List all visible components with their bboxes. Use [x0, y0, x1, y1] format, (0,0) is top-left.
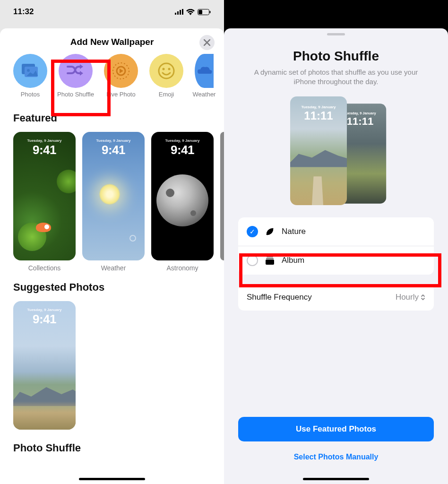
- section-title: Photo Shuffle: [13, 442, 211, 454]
- photo-shuffle-section: Photo Shuffle: [0, 430, 224, 457]
- thumb-label: Collections: [13, 264, 76, 272]
- close-icon: [204, 39, 210, 46]
- category-emoji[interactable]: Emoji: [149, 54, 183, 98]
- weather-icon: [195, 54, 214, 88]
- svg-rect-1: [177, 11, 179, 15]
- photo-shuffle-detail-screen: Photo Shuffle A dynamic set of photos th…: [224, 0, 448, 484]
- sheet-title: Add New Wallpaper: [70, 37, 154, 47]
- detail-subtitle: A dynamic set of photos that shuffle as …: [224, 64, 448, 96]
- status-indicators: [175, 9, 211, 15]
- featured-weather[interactable]: Tuesday, 9 January9:41 Weather: [82, 132, 145, 272]
- frequency-label: Shuffle Frequency: [247, 293, 312, 302]
- svg-rect-15: [267, 257, 273, 258]
- featured-section: Featured: [0, 103, 224, 127]
- category-label: Emoji: [159, 91, 174, 98]
- emoji-icon: [149, 54, 183, 88]
- svg-point-12: [159, 63, 174, 78]
- featured-astronomy[interactable]: Tuesday, 9 January9:41 Astronomy: [151, 132, 214, 272]
- wifi-icon: [186, 9, 195, 15]
- svg-rect-16: [266, 258, 274, 259]
- radio-checked-icon: ✓: [247, 226, 258, 237]
- wallpaper-picker-screen: 11:32 Add New Wallpaper P: [0, 0, 224, 484]
- svg-rect-6: [210, 11, 211, 13]
- preview-card-front: Tuesday, 9 January11:11: [290, 96, 347, 205]
- section-title: Featured: [13, 112, 211, 124]
- battery-icon: [198, 9, 211, 15]
- option-label: Album: [282, 256, 304, 265]
- home-indicator[interactable]: [79, 478, 145, 480]
- status-bar: 11:32: [0, 0, 224, 24]
- home-indicator[interactable]: [303, 478, 369, 480]
- category-live-photo[interactable]: Live Photo: [104, 54, 138, 98]
- category-photo-shuffle[interactable]: Photo Shuffle: [59, 54, 93, 98]
- suggested-photo[interactable]: Tuesday, 9 January9:41: [13, 301, 76, 430]
- featured-collections[interactable]: Tuesday, 9 January9:41 Collections: [13, 132, 76, 272]
- sheet-header: Add New Wallpaper: [0, 28, 224, 52]
- suggested-row: Tuesday, 9 January9:41: [0, 296, 224, 430]
- category-label: Live Photo: [106, 91, 135, 98]
- use-featured-button[interactable]: Use Featured Photos: [238, 417, 434, 441]
- cellular-icon: [175, 9, 183, 15]
- svg-rect-5: [198, 10, 202, 14]
- thumb-label: Astronomy: [151, 264, 214, 272]
- category-weather[interactable]: Weather: [195, 54, 214, 98]
- sheet-grabber[interactable]: [327, 33, 345, 35]
- svg-rect-17: [266, 259, 274, 265]
- select-manually-button[interactable]: Select Photos Manually: [224, 453, 448, 461]
- shuffle-frequency-row[interactable]: Shuffle Frequency Hourly: [238, 284, 434, 311]
- option-label: Nature: [282, 227, 306, 236]
- option-album[interactable]: Album: [238, 246, 434, 275]
- close-button[interactable]: [199, 35, 215, 50]
- option-nature[interactable]: ✓ Nature: [238, 217, 434, 246]
- section-title: Suggested Photos: [13, 281, 211, 294]
- live-photo-icon: [104, 54, 138, 88]
- preview-stack: Tuesday, 9 January11:11 Tuesday, 9 Janua…: [224, 96, 448, 210]
- featured-more[interactable]: [220, 132, 224, 260]
- thumb-label: Weather: [82, 264, 145, 272]
- category-label: Photos: [21, 91, 40, 98]
- svg-point-14: [168, 68, 171, 70]
- photos-icon: [13, 54, 47, 88]
- frequency-value: Hourly: [396, 293, 425, 302]
- svg-rect-0: [175, 13, 176, 15]
- category-label: Weather: [193, 91, 216, 98]
- leaf-icon: [265, 227, 275, 236]
- detail-title: Photo Shuffle: [224, 49, 448, 64]
- svg-point-9: [27, 69, 30, 72]
- category-label: Photo Shuffle: [57, 91, 94, 98]
- featured-row: Tuesday, 9 January9:41 Collections Tuesd…: [0, 127, 224, 272]
- svg-rect-3: [182, 9, 183, 15]
- add-wallpaper-sheet: Add New Wallpaper Photos Photo Shuffle: [0, 28, 224, 484]
- category-row: Photos Photo Shuffle Live Photo Emoji: [0, 52, 224, 103]
- album-icon: [265, 256, 275, 265]
- status-time: 11:32: [13, 7, 34, 17]
- suggested-section: Suggested Photos: [0, 272, 224, 296]
- shuffle-source-list: ✓ Nature Album: [238, 217, 434, 275]
- shuffle-icon: [59, 54, 93, 88]
- chevron-updown-icon: [421, 294, 425, 301]
- svg-rect-2: [180, 10, 181, 15]
- shuffle-sheet: Photo Shuffle A dynamic set of photos th…: [224, 28, 448, 484]
- category-photos[interactable]: Photos: [13, 54, 47, 98]
- radio-unchecked-icon: [247, 255, 258, 266]
- svg-point-13: [163, 68, 165, 70]
